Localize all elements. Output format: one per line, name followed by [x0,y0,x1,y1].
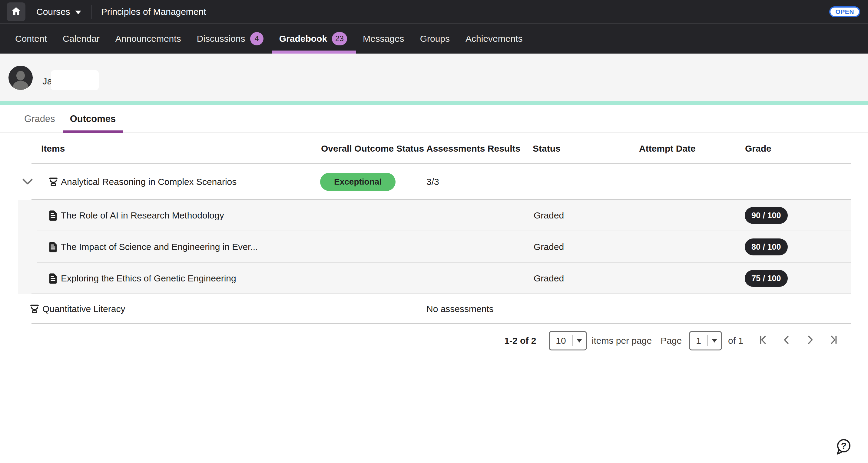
courses-dropdown[interactable]: Courses [36,7,81,17]
nav-item-content[interactable]: Content [15,24,47,54]
chevron-down-icon[interactable] [23,178,33,186]
course-title: Principles of Management [101,7,206,17]
page-number-select[interactable]: 1 [689,331,722,351]
page-size-select[interactable]: 10 [549,331,587,351]
user-band: Jax [0,54,868,101]
home-icon [11,6,21,18]
assessment-row: The Impact of Science and Engineering in… [18,231,851,263]
nav-item-label: Gradebook [279,34,327,44]
page-number-value: 1 [690,336,707,346]
pagination-range: 1-2 of 2 [504,336,536,346]
outcomes-table-body: Analytical Reasoning in Complex Scenario… [18,164,851,324]
last-page-icon [828,334,839,348]
topbar-divider [91,5,91,19]
chevron-down-icon [573,339,586,342]
column-header: Items [41,133,65,164]
assessment-status: Graded [534,210,564,221]
assessment-title: Exploring the Ethics of Genetic Engineer… [61,273,236,284]
nav-item-announcements[interactable]: Announcements [115,24,181,54]
help-bubble-icon: ? [835,451,851,456]
nav-item-gradebook[interactable]: Gradebook23 [279,24,347,54]
assessment-title: The Role of AI in Research Methodology [61,210,224,221]
nav-item-label: Discussions [197,34,245,44]
top-bar: Courses Principles of Management OPEN [0,0,868,23]
overall-outcome-status-badge: Exceptional [320,173,396,191]
outcome-title: Analytical Reasoning in Complex Scenario… [61,177,237,187]
next-page-button[interactable] [798,332,822,350]
assessments-results: No assessments [427,304,494,314]
outcomes-table-header: ItemsOverall Outcome StatusAssessments R… [18,133,851,164]
nav-item-label: Calendar [63,34,100,44]
svg-text:?: ? [841,440,846,451]
grade-badge: 80 / 100 [745,238,788,255]
goal-funnel-icon [29,303,40,315]
chevron-down-icon [75,10,81,14]
previous-page-button[interactable] [775,332,798,350]
outcome-title: Quantitative Literacy [42,304,125,314]
assessment-title: The Impact of Science and Engineering in… [61,242,258,252]
course-navbar: ContentCalendarAnnouncementsDiscussions4… [0,23,868,54]
nav-item-label: Groups [420,34,450,44]
home-button[interactable] [7,2,26,21]
person-avatar [8,66,33,90]
document-icon [48,273,59,284]
nav-item-label: Content [15,34,47,44]
tab-outcomes[interactable]: Outcomes [70,105,116,133]
last-page-button[interactable] [822,332,845,350]
assessments-results: 3/3 [427,177,439,187]
outcomes-table: ItemsOverall Outcome StatusAssessments R… [18,133,851,358]
nav-item-achievements[interactable]: Achievements [465,24,522,54]
document-icon [48,210,59,221]
help-button[interactable]: ? [835,438,851,455]
nav-item-label: Announcements [115,34,181,44]
column-header: Assessments Results [427,133,520,164]
redacted-name-box [51,70,99,90]
tab-grades[interactable]: Grades [24,105,55,133]
nav-item-label: Messages [363,34,404,44]
column-header: Attempt Date [639,133,696,164]
document-icon [48,241,59,253]
nav-item-messages[interactable]: Messages [363,24,404,54]
goal-funnel-icon [48,176,59,188]
total-pages-label: of 1 [728,336,743,346]
nav-item-label: Achievements [465,34,522,44]
grade-badge: 75 / 100 [745,270,788,287]
page-size-value: 10 [550,336,572,346]
items-per-page-label: items per page [592,336,652,346]
pagination-bar: 1-2 of 2 10 items per page Page 1 of 1 [18,324,851,358]
course-open-badge: OPEN [829,6,860,17]
assessment-status: Graded [534,273,564,284]
gradebook-tabs: GradesOutcomes [0,105,868,133]
outcome-row: Quantitative LiteracyNo assessments [18,294,851,324]
nav-item-discussions[interactable]: Discussions4 [197,24,264,54]
nav-item-badge: 4 [250,32,264,45]
chevron-left-icon [781,334,792,348]
accent-bar [0,101,868,105]
first-page-button[interactable] [751,332,775,350]
nav-item-groups[interactable]: Groups [420,24,450,54]
nav-item-badge: 23 [332,32,347,45]
assessment-row: The Role of AI in Research MethodologyGr… [18,200,851,231]
column-header: Overall Outcome Status [321,133,424,164]
outcome-row[interactable]: Analytical Reasoning in Complex Scenario… [18,164,851,200]
chevron-down-icon [708,339,721,342]
pager-buttons [751,332,845,350]
grade-badge: 90 / 100 [745,207,788,224]
column-header: Grade [745,133,771,164]
first-page-icon [757,334,768,348]
chevron-right-icon [805,334,816,348]
assessment-status: Graded [534,242,564,252]
courses-label: Courses [36,7,70,17]
column-header: Status [533,133,561,164]
nav-item-calendar[interactable]: Calendar [63,24,100,54]
page-label: Page [660,336,682,346]
assessment-row: Exploring the Ethics of Genetic Engineer… [18,263,851,294]
